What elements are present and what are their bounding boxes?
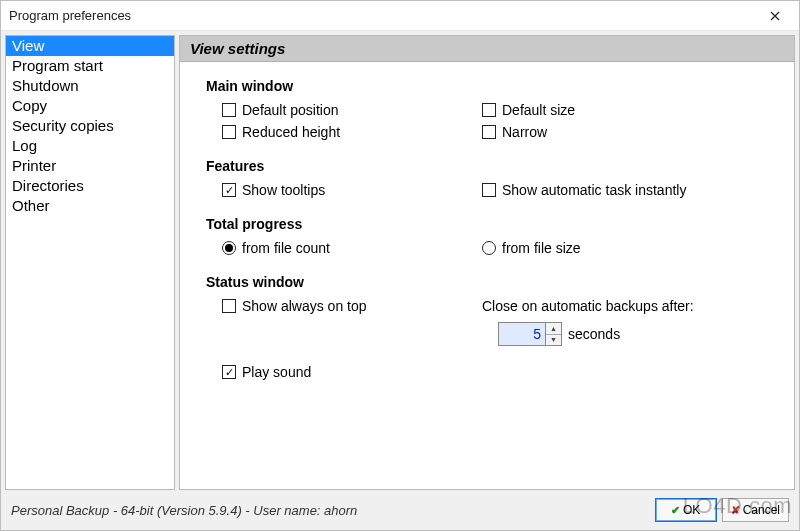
sidebar-item-label: Log [12,137,37,154]
stepper-buttons: ▲ ▼ [546,322,562,346]
sidebar-item-label: Copy [12,97,47,114]
close-after-stepper[interactable]: ▲ ▼ [498,322,562,346]
stepper-up-button[interactable]: ▲ [546,323,561,335]
close-after-input[interactable] [498,322,546,346]
close-after-unit: seconds [568,326,620,342]
x-icon: ✘ [731,504,740,517]
section-title: Status window [206,274,778,290]
main-content: Main window Default position Default siz… [180,62,794,489]
sidebar-item-log[interactable]: Log [6,136,174,156]
checkbox-icon [222,365,236,379]
checkbox-show-auto-task[interactable]: Show automatic task instantly [482,182,778,198]
checkbox-icon [482,103,496,117]
sidebar-item-label: Shutdown [12,77,79,94]
checkbox-label: Show automatic task instantly [502,182,686,198]
sidebar-item-shutdown[interactable]: Shutdown [6,76,174,96]
close-button[interactable] [755,2,795,30]
sidebar-item-security-copies[interactable]: Security copies [6,116,174,136]
section-title: Main window [206,78,778,94]
checkbox-label: Default position [242,102,339,118]
cancel-button[interactable]: ✘ Cancel [722,498,789,522]
sidebar-item-label: Program start [12,57,103,74]
checkbox-icon [222,299,236,313]
sidebar-item-view[interactable]: View [6,36,174,56]
checkbox-label: Show always on top [242,298,367,314]
checkbox-play-sound[interactable]: Play sound [222,364,482,380]
checkbox-label: Default size [502,102,575,118]
section-features: Features Show tooltips Show automatic ta… [206,158,778,198]
radio-icon [482,241,496,255]
checkbox-label: Show tooltips [242,182,325,198]
section-title: Total progress [206,216,778,232]
checkbox-label: Narrow [502,124,547,140]
titlebar: Program preferences [1,1,799,31]
sidebar-item-directories[interactable]: Directories [6,176,174,196]
checkbox-default-position[interactable]: Default position [222,102,482,118]
checkbox-icon [222,183,236,197]
section-status-window: Status window Show always on top Close o… [206,274,778,380]
radio-icon [222,241,236,255]
window: Program preferences View Program start S… [0,0,800,531]
close-icon [770,11,780,21]
sidebar-item-copy[interactable]: Copy [6,96,174,116]
checkbox-icon [482,183,496,197]
sidebar-item-label: Printer [12,157,56,174]
checkbox-reduced-height[interactable]: Reduced height [222,124,482,140]
section-total-progress: Total progress from file count from file… [206,216,778,256]
checkbox-label: Reduced height [242,124,340,140]
body: View Program start Shutdown Copy Securit… [1,31,799,490]
checkbox-narrow[interactable]: Narrow [482,124,778,140]
sidebar-item-label: Directories [12,177,84,194]
radio-from-file-size[interactable]: from file size [482,240,778,256]
footer-status: Personal Backup - 64-bit (Version 5.9.4)… [11,503,357,518]
sidebar-item-program-start[interactable]: Program start [6,56,174,76]
checkbox-show-on-top[interactable]: Show always on top [222,298,482,314]
sidebar-item-label: View [12,37,44,54]
checkbox-show-tooltips[interactable]: Show tooltips [222,182,482,198]
checkbox-icon [482,125,496,139]
section-title: Features [206,158,778,174]
sidebar-item-label: Security copies [12,117,114,134]
stepper-down-button[interactable]: ▼ [546,335,561,346]
close-after-label: Close on automatic backups after: [482,298,778,314]
main-header: View settings [180,36,794,62]
close-after-block: Close on automatic backups after: ▲ ▼ [482,298,778,346]
check-icon: ✔ [671,504,680,517]
radio-label: from file count [242,240,330,256]
sidebar-item-other[interactable]: Other [6,196,174,216]
sidebar: View Program start Shutdown Copy Securit… [5,35,175,490]
checkbox-default-size[interactable]: Default size [482,102,778,118]
sidebar-item-label: Other [12,197,50,214]
checkbox-label: Play sound [242,364,311,380]
main-panel: View settings Main window Default positi… [179,35,795,490]
footer: Personal Backup - 64-bit (Version 5.9.4)… [1,490,799,530]
sidebar-item-printer[interactable]: Printer [6,156,174,176]
radio-from-file-count[interactable]: from file count [222,240,482,256]
checkbox-icon [222,103,236,117]
button-label: Cancel [743,503,780,517]
ok-button[interactable]: ✔ OK [655,498,717,522]
button-label: OK [683,503,700,517]
radio-label: from file size [502,240,581,256]
section-main-window: Main window Default position Default siz… [206,78,778,140]
checkbox-icon [222,125,236,139]
footer-actions: ✔ OK ✘ Cancel [655,498,789,522]
window-title: Program preferences [9,8,131,23]
